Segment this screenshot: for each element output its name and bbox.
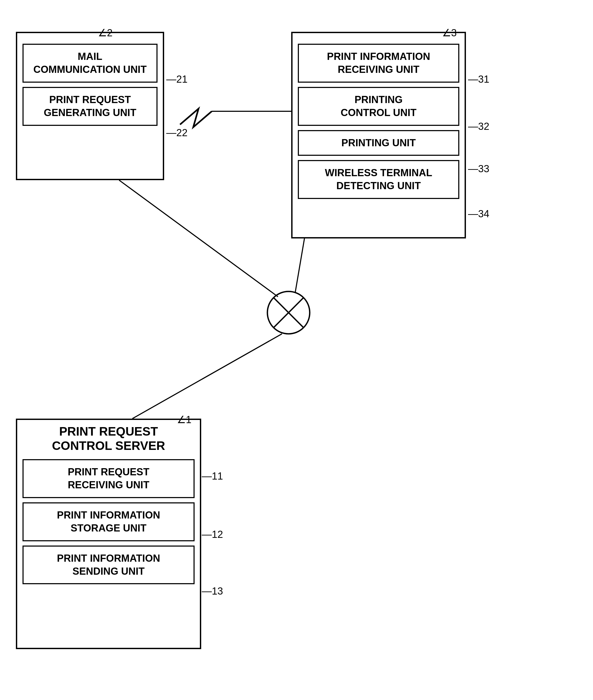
wireless-terminal-box: MAILCOMMUNICATION UNIT PRINT REQUESTGENE… [16, 32, 164, 180]
printer-box: PRINT INFORMATIONRECEIVING UNIT PRINTING… [291, 32, 466, 238]
mail-communication-unit: MAILCOMMUNICATION UNIT [23, 44, 158, 83]
ref-31: —31 [468, 74, 489, 85]
ref-32: —32 [468, 121, 489, 132]
printing-unit: PRINTING UNIT [298, 130, 459, 156]
svg-line-4 [132, 334, 282, 419]
ref-22: —22 [166, 127, 188, 139]
ref-wireless-terminal: ∠2 [98, 27, 113, 39]
print-information-receiving-unit: PRINT INFORMATIONRECEIVING UNIT [298, 44, 459, 83]
ref-34: —34 [468, 208, 489, 220]
svg-line-0 [273, 298, 304, 328]
ref-13: —13 [202, 586, 223, 597]
wireless-terminal-detecting-unit: WIRELESS TERMINALDETECTING UNIT [298, 160, 459, 199]
control-server-box: PRINT REQUESTCONTROL SERVER PRINT REQUES… [16, 419, 201, 649]
ref-printer: ∠3 [442, 27, 457, 39]
print-information-storage-unit: PRINT INFORMATIONSTORAGE UNIT [23, 502, 195, 541]
print-request-generating-unit: PRINT REQUESTGENERATING UNIT [23, 87, 158, 126]
svg-line-2 [119, 180, 278, 297]
svg-line-1 [273, 298, 304, 328]
printer-title [292, 33, 465, 39]
network-node-circle [267, 291, 310, 334]
ref-12: —12 [202, 529, 223, 540]
ref-21: —21 [166, 74, 188, 85]
ref-33: —33 [468, 163, 489, 175]
wireless-terminal-title [17, 33, 163, 39]
print-request-receiving-unit: PRINT REQUESTRECEIVING UNIT [23, 459, 195, 498]
print-information-sending-unit: PRINT INFORMATIONSENDING UNIT [23, 546, 195, 585]
ref-11: —11 [202, 471, 223, 482]
svg-line-3 [295, 238, 305, 293]
wireless-signal-icon [180, 109, 212, 127]
ref-control-server: ∠1 [177, 414, 191, 426]
control-server-title: PRINT REQUESTCONTROL SERVER [17, 420, 200, 455]
printing-control-unit: PRINTINGCONTROL UNIT [298, 87, 459, 126]
